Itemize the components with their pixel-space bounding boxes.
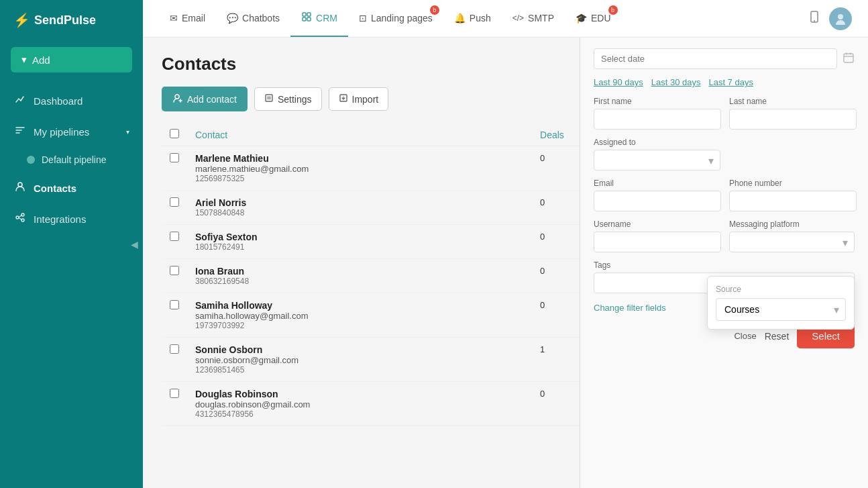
sidebar-item-default-pipeline[interactable]: Default pipeline <box>0 148 143 172</box>
add-contact-button[interactable]: Add contact <box>162 87 248 111</box>
mobile-icon[interactable] <box>808 10 821 27</box>
sidebar-item-integrations[interactable]: Integrations <box>0 204 143 234</box>
landing-icon: ⊡ <box>359 13 367 23</box>
email-input[interactable] <box>594 191 721 211</box>
settings-button[interactable]: Settings <box>254 87 322 111</box>
contact-phone: 4312365478956 <box>195 409 524 419</box>
topnav-landing[interactable]: ⊡ Landing pages b <box>348 0 443 37</box>
source-select[interactable]: Courses Email Manual Landing page Chatbo… <box>716 298 846 321</box>
add-button[interactable]: ▾ Add <box>11 47 132 72</box>
topnav-crm[interactable]: CRM <box>290 0 348 37</box>
row-checkbox[interactable] <box>170 389 179 398</box>
topnav-push-label: Push <box>470 13 491 23</box>
row-checkbox[interactable] <box>170 266 179 275</box>
import-icon <box>339 93 348 105</box>
sidebar-item-contacts[interactable]: Contacts <box>0 173 143 203</box>
messaging-select-wrapper <box>729 232 855 252</box>
logo-text: SendPulse <box>34 13 96 28</box>
last-7-days[interactable]: Last 7 days <box>708 77 753 87</box>
email-icon: ✉ <box>170 13 178 23</box>
sidebar-item-pipelines[interactable]: My pipelines ▾ <box>0 117 143 146</box>
smtp-icon: </> <box>512 13 524 23</box>
last-90-days[interactable]: Last 90 days <box>594 77 643 87</box>
crm-icon <box>301 11 312 24</box>
contact-name: Ariel Norris <box>195 197 524 208</box>
contact-name: Samiha Holloway <box>195 300 524 311</box>
svg-point-10 <box>838 14 843 19</box>
contact-header: Contact <box>187 124 532 146</box>
contact-email: douglas.robinson@gmail.com <box>195 399 524 409</box>
settings-icon <box>264 93 274 105</box>
add-icon: ▾ <box>21 54 27 66</box>
topnav-smtp[interactable]: </> SMTP <box>502 0 565 37</box>
source-select-wrapper: Courses Email Manual Landing page Chatbo… <box>716 298 846 321</box>
row-checkbox[interactable] <box>170 232 179 241</box>
svg-rect-12 <box>266 95 272 101</box>
messaging-select[interactable] <box>729 232 855 252</box>
last-name-input[interactable] <box>729 109 857 130</box>
assigned-to-select[interactable] <box>594 150 720 170</box>
sidebar-item-default-pipeline-label: Default pipeline <box>42 154 107 165</box>
filter-assigned-to: Assigned to <box>594 138 720 170</box>
contact-name: Marlene Mathieu <box>195 153 524 164</box>
select-all-header <box>162 124 187 146</box>
row-checkbox[interactable] <box>170 153 179 162</box>
topnav-push[interactable]: 🔔 Push <box>443 0 502 37</box>
assigned-to-label: Assigned to <box>594 138 720 147</box>
email-label: Email <box>594 179 721 188</box>
contact-phone: 12369851465 <box>195 365 524 375</box>
svg-rect-14 <box>267 99 271 99</box>
messaging-label: Messaging platform <box>729 219 855 229</box>
filter-date-input[interactable] <box>594 48 837 69</box>
row-checkbox[interactable] <box>170 197 179 207</box>
svg-point-0 <box>18 183 22 187</box>
svg-point-1 <box>16 216 19 219</box>
topnav-crm-label: CRM <box>316 13 337 23</box>
row-checkbox[interactable] <box>170 300 179 309</box>
topnav-edu[interactable]: 🎓 EDU b <box>565 0 622 37</box>
chatbots-icon: 💬 <box>227 13 238 23</box>
edu-icon: 🎓 <box>576 13 587 23</box>
svg-point-2 <box>21 213 24 216</box>
import-button[interactable]: Import <box>329 87 389 111</box>
filter-user-messaging-row: Username Messaging platform <box>594 219 855 252</box>
last-30-days[interactable]: Last 30 days <box>651 77 701 87</box>
topnav-email[interactable]: ✉ Email <box>159 0 216 37</box>
topnav-edu-label: EDU <box>591 13 611 23</box>
svg-point-3 <box>21 219 24 222</box>
filter-phone: Phone number <box>729 179 857 211</box>
filter-email: Email <box>594 179 721 211</box>
reset-button[interactable]: Reset <box>765 331 790 342</box>
chevron-down-icon: ▾ <box>126 128 129 136</box>
svg-rect-5 <box>307 13 311 16</box>
add-contact-icon <box>172 93 183 105</box>
close-button[interactable]: Close <box>734 331 756 341</box>
topnav-chatbots[interactable]: 💬 Chatbots <box>216 0 290 37</box>
row-checkbox[interactable] <box>170 344 179 354</box>
settings-label: Settings <box>278 94 312 105</box>
add-contact-label: Add contact <box>187 94 237 105</box>
logo-icon: ⚡ <box>13 12 30 28</box>
first-name-input[interactable] <box>594 109 721 130</box>
phone-input[interactable] <box>729 191 857 211</box>
filter-assigned-source-row: Assigned to <box>594 138 855 170</box>
svg-rect-6 <box>303 17 306 21</box>
svg-rect-4 <box>303 13 306 16</box>
filter-source-placeholder <box>728 138 855 170</box>
sidebar-item-dashboard[interactable]: Dashboard <box>0 86 143 115</box>
sidebar-collapse-button[interactable]: ◀ <box>131 239 138 250</box>
username-input[interactable] <box>594 232 721 252</box>
filter-first-name: First name <box>594 97 721 130</box>
edu-badge: b <box>608 5 618 15</box>
logo: ⚡ SendPulse <box>0 0 143 40</box>
select-all-checkbox[interactable] <box>170 129 179 138</box>
push-icon: 🔔 <box>454 13 466 23</box>
contact-email: marlene.mathieu@gmail.com <box>195 164 524 174</box>
sidebar-item-dashboard-label: Dashboard <box>34 95 83 107</box>
content-area: Contacts Add contact Settings Import <box>143 38 868 488</box>
svg-rect-7 <box>307 17 311 21</box>
pipeline-dot <box>27 156 35 164</box>
user-avatar[interactable] <box>829 7 852 30</box>
username-label: Username <box>594 219 721 229</box>
calendar-icon[interactable] <box>843 52 855 66</box>
